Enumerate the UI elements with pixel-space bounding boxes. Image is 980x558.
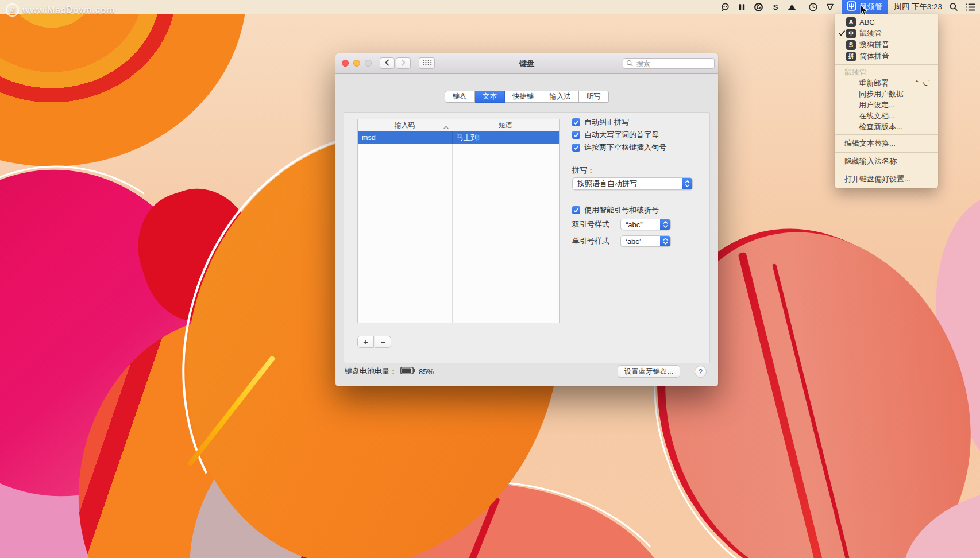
pinyin-badge-icon: 拼	[846, 52, 856, 61]
checkmark-icon	[837, 42, 846, 48]
menu-item-check-updates[interactable]: 检查新版本...	[835, 121, 938, 132]
menu-item-sync-user-data[interactable]: 同步用户数据	[835, 88, 938, 99]
menu-item-rime[interactable]: 鼠须管	[835, 28, 938, 39]
preferences-tab-bar: 键盘 文本 快捷键 输入法 听写	[445, 91, 609, 103]
menu-separator	[835, 134, 938, 135]
traffic-lights	[342, 60, 372, 67]
tab-keyboard[interactable]: 键盘	[445, 91, 475, 103]
grid-icon	[422, 58, 432, 68]
option-row: 自动纠正拼写	[572, 117, 629, 127]
column-header-input[interactable]: 输入码	[358, 119, 452, 131]
chevron-left-icon	[384, 58, 390, 68]
menu-item-label: 简体拼音	[859, 51, 889, 61]
spotlight-search-icon[interactable]	[948, 2, 959, 12]
sogou-s-status-icon[interactable]: S	[770, 2, 781, 12]
checkbox-label: 连按两下空格键插入句号	[584, 142, 666, 153]
notification-center-icon[interactable]	[965, 2, 975, 12]
menu-bar: S	[0, 0, 980, 14]
rime-icon	[847, 1, 856, 13]
menu-item-sogou[interactable]: S 搜狗拼音	[835, 39, 938, 51]
menu-item-label: 重新部署	[859, 78, 889, 88]
rime-badge-icon	[846, 29, 856, 38]
mouse-cursor	[859, 5, 869, 18]
tab-text[interactable]: 文本	[475, 91, 505, 103]
minimize-button[interactable]	[353, 60, 360, 67]
checkbox-smart-quotes[interactable]	[572, 206, 580, 214]
setup-bluetooth-keyboard-button[interactable]: 设置蓝牙键盘...	[618, 365, 680, 378]
menu-item-user-settings[interactable]: 用户设定...	[835, 99, 938, 110]
table-edit-buttons: + −	[357, 336, 391, 348]
single-quote-label: 单引号样式	[572, 236, 609, 246]
sogou-badge-icon: S	[846, 40, 856, 50]
watermark-text: www.MacDown.com	[22, 5, 115, 16]
tab-shortcuts[interactable]: 快捷键	[505, 91, 542, 103]
menu-separator	[835, 64, 938, 65]
double-quote-label: 双引号样式	[572, 219, 609, 230]
double-quote-row: 双引号样式	[572, 219, 609, 230]
forward-button[interactable]	[396, 57, 411, 69]
battery-label: 键盘电池电量：	[345, 366, 397, 377]
wallpaper-shape	[0, 0, 247, 166]
show-all-preferences-button[interactable]	[419, 57, 435, 69]
back-button[interactable]	[380, 57, 395, 69]
cell-phrase: 马上到!	[452, 133, 559, 143]
table-row[interactable]: msd 马上到!	[358, 131, 559, 144]
column-header-phrase[interactable]: 短语	[452, 119, 559, 131]
checkbox-capitalize-words[interactable]	[572, 131, 580, 139]
spelling-label-row: 拼写：	[572, 165, 595, 176]
parallels-status-icon[interactable]	[737, 2, 747, 12]
menu-item-edit-text-replacement[interactable]: 编辑文本替换...	[835, 137, 938, 150]
creative-cloud-status-icon[interactable]	[754, 2, 764, 12]
checkmark-icon	[837, 19, 846, 25]
checkbox-label: 自动大写字词的首字母	[584, 130, 659, 140]
search-field[interactable]	[623, 58, 715, 69]
watermark: M www.MacDown.com	[6, 3, 115, 17]
column-header-label: 输入码	[395, 121, 415, 130]
menu-item-label: 用户设定...	[859, 100, 895, 110]
menu-item-simplified-pinyin[interactable]: 拼 简体拼音	[835, 51, 938, 62]
option-row: 自动大写字词的首字母	[572, 130, 659, 140]
tab-input-sources[interactable]: 输入法	[542, 91, 580, 103]
checkbox-label: 自动纠正拼写	[584, 117, 629, 127]
alfred-hat-status-icon[interactable]	[787, 2, 797, 12]
spelling-popup-value: 按照语言自动拼写	[573, 179, 682, 189]
popup-stepper-icon	[660, 219, 670, 230]
popup-stepper-icon	[682, 178, 692, 189]
remove-row-button[interactable]: −	[375, 336, 391, 348]
menu-item-label: ABC	[859, 18, 875, 26]
menu-item-hide-input-method-name[interactable]: 隐藏输入法名称	[835, 155, 938, 168]
airdrop-status-icon[interactable]	[825, 2, 835, 12]
help-button[interactable]: ?	[695, 366, 707, 378]
text-pane: 输入码 短语 msd 马上到!	[344, 112, 710, 363]
time-machine-status-icon[interactable]	[808, 2, 819, 12]
window-titlebar[interactable]: 键盘	[335, 53, 718, 74]
checkbox-label: 使用智能引号和破折号	[584, 205, 659, 215]
menu-item-open-keyboard-preferences[interactable]: 打开键盘偏好设置...	[835, 173, 938, 185]
menu-item-abc[interactable]: A ABC	[835, 16, 938, 28]
menu-item-label: 在线文档...	[859, 111, 895, 121]
single-quote-popup[interactable]: ‘abc’	[620, 235, 671, 247]
abc-input-badge-icon: A	[846, 17, 856, 27]
search-input[interactable]	[635, 59, 707, 68]
zoom-button-disabled	[365, 60, 372, 67]
double-quote-popup[interactable]: “abc”	[620, 219, 671, 230]
tab-dictation[interactable]: 听写	[579, 91, 609, 103]
menu-item-label: 鼠须管	[859, 28, 882, 38]
menu-item-redeploy[interactable]: 重新部署 ⌃⌥`	[835, 78, 938, 88]
checkbox-double-space-period[interactable]	[572, 144, 580, 152]
menu-item-online-docs[interactable]: 在线文档...	[835, 110, 938, 121]
close-button[interactable]	[342, 60, 349, 67]
add-row-button[interactable]: +	[357, 336, 374, 348]
checkmark-icon	[837, 30, 846, 36]
text-replacement-table[interactable]: 输入码 短语 msd 马上到!	[357, 119, 560, 323]
menu-bar-clock[interactable]: 周四 下午3:23	[894, 2, 942, 12]
menu-section-header: 鼠须管	[835, 67, 938, 78]
column-header-label: 短语	[499, 121, 512, 130]
checkbox-correct-spelling[interactable]	[572, 118, 580, 126]
desktop: 键盘 键盘 文本 快捷键 输入法 听写 输入码	[0, 0, 980, 558]
menu-separator	[835, 170, 938, 170]
spelling-popup[interactable]: 按照语言自动拼写	[572, 177, 693, 190]
table-header: 输入码 短语	[358, 119, 559, 131]
chat-loop-status-icon[interactable]	[720, 2, 731, 12]
column-divider	[452, 131, 453, 323]
